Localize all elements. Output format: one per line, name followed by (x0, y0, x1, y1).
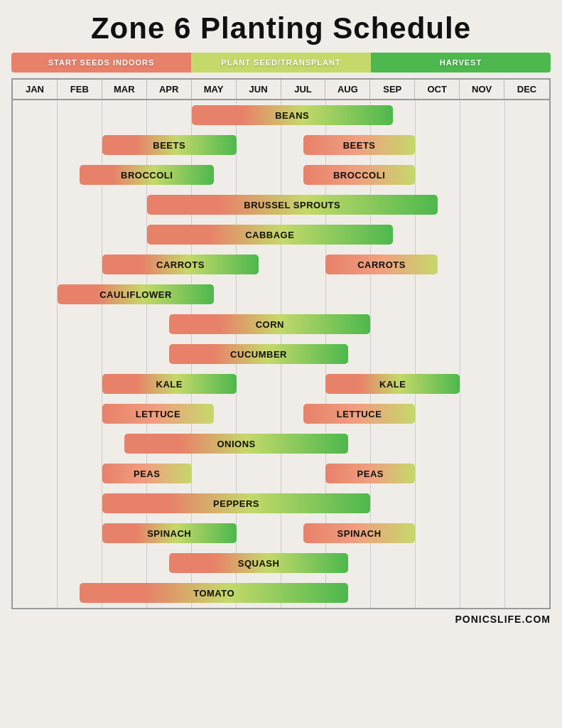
row-peppers: PEPPERS (13, 488, 549, 518)
row-squash: SQUASH (13, 548, 549, 578)
row-carrots: CARROTSCARROTS (13, 250, 549, 279)
bar-cucumber: CUCUMBER (169, 344, 348, 364)
bar-onions: ONIONS (124, 434, 348, 454)
row-peas: PEASPEAS (13, 459, 549, 488)
bar-beets: BEETS (303, 135, 415, 155)
month-jan: JAN (13, 80, 58, 99)
footer-text: PONICSLIFE.COM (455, 614, 551, 625)
footer: PONICSLIFE.COM (11, 614, 551, 625)
bar-corn: CORN (169, 314, 370, 334)
month-jul: JUL (281, 80, 326, 99)
row-brussel-sprouts: BRUSSEL SPROUTS (13, 190, 549, 220)
vegetable-rows: BEANSBEETSBEETSBROCCOLIBROCCOLIBRUSSEL S… (13, 100, 549, 608)
month-header: JANFEBMARAPRMAYJUNJULAUGSEPOCTNOVDEC (11, 78, 551, 99)
row-beans: BEANS (13, 100, 549, 130)
planting-grid: JANFEBMARAPRMAYJUNJULAUGSEPOCTNOVDEC BEA… (11, 78, 551, 609)
bar-peas: PEAS (102, 464, 192, 483)
row-onions: ONIONS (13, 429, 549, 459)
month-nov: NOV (460, 80, 504, 99)
bar-beans: BEANS (192, 105, 393, 125)
row-broccoli: BROCCOLIBROCCOLI (13, 160, 549, 190)
bar-lettuce: LETTUCE (102, 404, 214, 424)
month-sep: SEP (370, 80, 415, 99)
page: Zone 6 Planting Schedule START SEEDS IND… (11, 11, 551, 625)
bar-peas: PEAS (325, 464, 415, 483)
row-spinach: SPINACHSPINACH (13, 518, 549, 548)
bar-beets: BEETS (102, 135, 237, 155)
row-kale: KALEKALE (13, 369, 549, 399)
row-cabbage: CABBAGE (13, 220, 549, 250)
row-cauliflower: CAULIFLOWER (13, 279, 549, 309)
legend-harvest: HARVEST (371, 53, 551, 73)
bar-peppers: PEPPERS (102, 493, 371, 513)
bar-brussel-sprouts: BRUSSEL SPROUTS (147, 195, 438, 215)
bar-broccoli: BROCCOLI (303, 165, 415, 185)
bar-carrots: CARROTS (325, 255, 437, 274)
month-feb: FEB (58, 80, 102, 99)
row-lettuce: LETTUCELETTUCE (13, 399, 549, 429)
bar-cauliflower: CAULIFLOWER (58, 284, 214, 304)
bar-carrots: CARROTS (102, 255, 259, 274)
month-aug: AUG (325, 80, 370, 99)
bar-kale: KALE (325, 374, 460, 394)
page-title: Zone 6 Planting Schedule (11, 11, 551, 46)
bar-broccoli: BROCCOLI (80, 165, 214, 185)
month-oct: OCT (415, 80, 460, 99)
bar-kale: KALE (102, 374, 237, 394)
month-mar: MAR (102, 80, 147, 99)
bar-spinach: SPINACH (303, 523, 415, 543)
row-tomato: TOMATO (13, 578, 549, 608)
row-corn: CORN (13, 309, 549, 339)
legend-plant: PLANT SEED/TRANSPLANT (191, 53, 371, 73)
month-jun: JUN (237, 80, 281, 99)
row-beets-spring: BEETSBEETS (13, 130, 549, 160)
legend-seeds: START SEEDS INDOORS (11, 53, 191, 73)
row-cucumber: CUCUMBER (13, 339, 549, 369)
bar-spinach: SPINACH (102, 523, 237, 543)
bar-tomato: TOMATO (80, 583, 348, 603)
bar-cabbage: CABBAGE (147, 225, 393, 245)
bar-squash: SQUASH (169, 553, 348, 573)
bar-lettuce: LETTUCE (303, 404, 415, 424)
month-apr: APR (147, 80, 192, 99)
grid-body: BEANSBEETSBEETSBROCCOLIBROCCOLIBRUSSEL S… (11, 99, 551, 609)
legend: START SEEDS INDOORS PLANT SEED/TRANSPLAN… (11, 53, 551, 73)
month-dec: DEC (504, 80, 549, 99)
month-may: MAY (192, 80, 237, 99)
